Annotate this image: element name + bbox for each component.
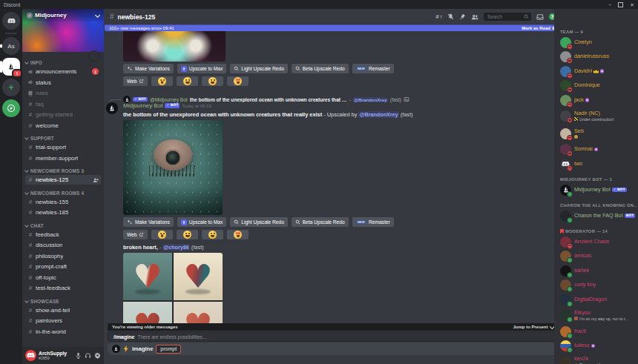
action-button-beta-upscale-redo[interactable]: Beta Upscale Redo	[292, 217, 349, 227]
avatar[interactable]	[560, 144, 571, 155]
avatar[interactable]	[560, 128, 571, 139]
server-midjourney[interactable]: 1	[2, 58, 20, 76]
member-eikyuu[interactable]: EikyuuI'm on my way up, run to t...	[560, 308, 637, 323]
member-cixelyn[interactable]: Cixelyn	[560, 36, 637, 48]
member-nadir-nc[interactable]: Nadir (NC)Under construction!	[560, 109, 637, 124]
avatar[interactable]	[560, 357, 571, 364]
mention-brandonxrey[interactable]: @BrandonXrey	[353, 97, 388, 102]
avatar[interactable]	[560, 66, 571, 77]
action-button-light-upscale-redo[interactable]: Light Upscale Redo	[230, 64, 288, 73]
category-showcase[interactable]: SHOWCASE	[22, 294, 104, 305]
pinned-messages-button[interactable]	[459, 13, 466, 20]
web-button[interactable]: Web	[123, 230, 148, 239]
action-button-beta-upscale-redo[interactable]: Beta Upscale Redo	[292, 64, 349, 73]
avatar[interactable]	[560, 340, 571, 351]
prompt-option-field[interactable]: prompt	[156, 345, 181, 354]
settings-gear-icon[interactable]	[94, 352, 101, 359]
user-identity[interactable]: ArchSupply #2859	[39, 351, 67, 361]
member-seb[interactable]: Seb	[560, 126, 637, 141]
channel-paintovers[interactable]: #paintovers	[25, 316, 101, 325]
microphone-icon[interactable]	[75, 352, 82, 359]
channel-trial-support[interactable]: #trial-support	[25, 142, 101, 152]
avatar[interactable]	[560, 159, 571, 170]
channel-in-the-world[interactable]: #in-the-world	[25, 327, 101, 337]
action-button-light-upscale-redo[interactable]: Light Upscale Redo	[230, 217, 288, 227]
member-ancient-chaos[interactable]: Ancient Chaos	[560, 236, 637, 248]
channel-show-and-tell[interactable]: #show-and-tell	[25, 305, 101, 315]
new-messages-bar[interactable]: 102+ new messages since 09:41 Mark as Re…	[105, 24, 561, 31]
message-author[interactable]: Midjourney Bot	[123, 102, 162, 109]
channel-feedback[interactable]: #feedback	[25, 230, 101, 239]
category-chat[interactable]: CHAT	[22, 219, 104, 230]
member-digitaldragon[interactable]: DigitalDragon	[560, 294, 637, 305]
maximize-button[interactable]	[618, 2, 623, 7]
channel-faq[interactable]: #faq	[25, 99, 101, 109]
action-button-make-variations[interactable]: Make Variations	[123, 217, 174, 227]
channel-member-support[interactable]: #member-support	[25, 153, 101, 163]
reaction-grinning-face[interactable]	[177, 76, 198, 86]
channel-status[interactable]: status	[25, 78, 101, 87]
member-cody-boy[interactable]: cody boy	[560, 279, 637, 291]
avatar[interactable]	[560, 95, 571, 106]
member-twn[interactable]: twn	[560, 158, 637, 170]
reaction-surprised-face[interactable]	[151, 230, 173, 239]
action-button-remaster[interactable]: NEWRemaster	[352, 217, 394, 227]
notification-settings-button[interactable]	[447, 13, 454, 20]
member-bartek[interactable]: bartek	[560, 265, 637, 277]
channel-discussion[interactable]: #discussion	[25, 240, 101, 250]
inbox-button[interactable]	[536, 13, 544, 21]
mention-chory86[interactable]: @chory86	[162, 244, 190, 251]
channel-philosophy[interactable]: #philosophy	[25, 251, 101, 261]
category-newcomer-rooms-4[interactable]: NEWCOMER ROOMS 4	[22, 186, 104, 197]
generated-image-ocean-creature[interactable]	[123, 120, 223, 215]
channel-announcements[interactable]: announcements1	[25, 67, 101, 76]
avatar[interactable]	[560, 80, 571, 91]
category-newcomer-rooms-3[interactable]: NEWCOMER ROOMS 3	[22, 164, 104, 175]
channel-off-topic[interactable]: #off-topic	[25, 273, 101, 282]
web-button[interactable]: Web	[123, 76, 148, 86]
member-danielrussruss[interactable]: danielrussruss	[560, 51, 637, 63]
avatar[interactable]	[560, 294, 571, 305]
member-kev2k[interactable]: kev2kThis is not fine	[560, 354, 637, 364]
avatar[interactable]	[560, 310, 571, 321]
reaction-smiling-face[interactable]	[202, 230, 223, 239]
channel-prompt-craft[interactable]: #prompt-craft	[25, 262, 101, 271]
reaction-surprised-face[interactable]	[151, 76, 173, 86]
midjourney-bot-avatar[interactable]	[106, 102, 118, 114]
invite-people-icon[interactable]	[93, 177, 99, 183]
headphones-icon[interactable]	[85, 352, 91, 359]
member-midjourney-bot[interactable]: Midjourney Bot✓ BOT	[560, 184, 637, 196]
reply-author[interactable]: @Midjourney Bot	[150, 97, 188, 102]
channel-welcome[interactable]: #welcome	[25, 121, 101, 130]
member-fractl[interactable]: fractl	[560, 325, 637, 337]
generated-image-previous[interactable]	[123, 31, 226, 62]
action-button-upscale-to-max[interactable]: Upscale to Max	[177, 64, 226, 73]
member-jack[interactable]: jack	[560, 94, 637, 106]
search-input[interactable]	[486, 13, 522, 20]
avatar[interactable]	[560, 279, 571, 291]
member-charon-the-faq-bot[interactable]: Charon the FAQ BotBOT	[560, 210, 637, 222]
server-as[interactable]: As	[2, 37, 20, 55]
add-server-button[interactable]: +	[2, 79, 20, 96]
action-button-make-variations[interactable]: Make Variations	[123, 64, 174, 73]
channel-rules[interactable]: rules	[25, 88, 101, 98]
avatar[interactable]	[560, 185, 571, 196]
avatar[interactable]	[560, 236, 571, 248]
avatar[interactable]	[560, 251, 571, 262]
member-amicas[interactable]: amicas	[560, 251, 637, 262]
reaction-star-struck-face[interactable]	[227, 230, 249, 239]
avatar[interactable]	[560, 265, 571, 277]
close-button[interactable]: ✕	[630, 2, 634, 7]
member-somnai[interactable]: Somnai	[560, 144, 637, 156]
generated-image-grid-broken-hearts[interactable]: ♥ ♥ ♥ ♥	[123, 253, 223, 323]
slash-command-autocomplete[interactable]: /imagine There are endless possibilities…	[108, 331, 558, 342]
jump-to-present-button[interactable]: Jump to Present	[513, 325, 553, 329]
mention-brandonxrey[interactable]: @BrandonXrey	[358, 111, 398, 118]
channel-newbies-155[interactable]: #newbies-155	[25, 197, 101, 207]
reaction-grinning-face[interactable]	[177, 230, 198, 239]
member-list-toggle[interactable]	[471, 13, 479, 21]
avatar[interactable]	[560, 51, 571, 62]
reaction-star-struck-face[interactable]	[227, 76, 249, 86]
search-box[interactable]	[484, 13, 531, 21]
channel-test-feedback[interactable]: #test-feedback	[25, 283, 101, 293]
